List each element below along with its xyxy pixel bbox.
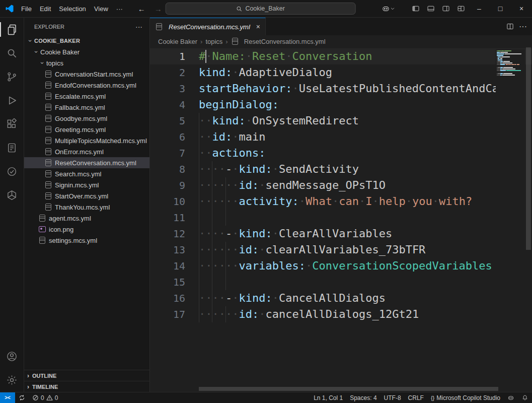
breadcrumb-file[interactable]: ResetConversation.mcs.yml [231,37,326,45]
horizontal-scrollbar-thumb[interactable] [199,387,498,391]
chevron-down-icon [390,6,395,11]
tree-item[interactable]: icon.png [24,224,149,235]
line-content: ······variables:·ConversationScopedVaria… [199,258,532,274]
line-number: 1 [150,48,185,64]
outline-panel-header[interactable]: › OUTLINE [24,370,149,381]
timeline-panel-header[interactable]: › TIMELINE [24,381,149,392]
line-number: 7 [150,145,185,161]
explorer-more-actions[interactable]: ··· [135,23,142,31]
breadcrumb-folder[interactable]: topics [205,38,222,45]
line-content: ··kind:·OnSystemRedirect [199,113,532,129]
code-line[interactable]: 2 kind:·AdaptiveDialog [150,64,532,81]
copilot-menu[interactable] [382,5,395,13]
code-line[interactable]: 10 ······activity:·What·can·I·help·you·w… [150,193,532,210]
customize-layout-icon[interactable] [453,2,469,15]
tree-item[interactable]: ResetConversation.mcs.yml [24,157,149,168]
menu-edit[interactable]: Edit [36,4,55,14]
line-number: 11 [150,210,185,226]
file-icon [44,114,52,122]
line-content: beginDialog: [199,97,532,113]
code-line[interactable]: 16 ····-·kind:·CancelAllDialogs [150,290,532,306]
notifications-bell-icon[interactable] [518,392,532,403]
eol-sequence[interactable]: CRLF [405,392,427,403]
code-line[interactable]: 14 ······variables:·ConversationScopedVa… [150,258,532,274]
tree-item[interactable]: Escalate.mcs.yml [24,91,149,102]
cursor-position[interactable]: Ln 1, Col 1 [310,392,346,403]
code-line[interactable]: 1 #·Name:·Reset·Conversation [150,48,532,64]
code-line[interactable]: 3 startBehavior:·UseLatestPublishedConte… [150,81,532,97]
tree-item[interactable]: Search.mcs.yml [24,168,149,179]
tree-item[interactable]: › Cookie Baker [24,46,149,57]
menu-view[interactable]: View [90,4,112,14]
toggle-panel-icon[interactable] [423,2,438,15]
power-platform-icon[interactable] [0,183,24,207]
tree-item[interactable]: settings.mcs.yml [24,235,149,246]
command-center-search[interactable]: Cookie_Baker [165,3,355,15]
tree-item[interactable]: MultipleTopicsMatched.mcs.yml [24,135,149,146]
problems-indicator[interactable]: 0 0 [29,392,61,403]
extensions-icon[interactable] [0,112,24,136]
code-line[interactable]: 15 [150,274,532,290]
editor-more-actions[interactable]: ··· [519,22,527,31]
encoding[interactable]: UTF-8 [381,392,405,403]
code-line[interactable]: 6 ··id:·main [150,129,532,145]
language-mode[interactable]: {} Microsoft Copilot Studio [427,392,504,403]
code-line[interactable]: 4 beginDialog: [150,97,532,113]
line-content: ······id:·sendMessage_OPsT1O [199,177,532,193]
split-editor-icon[interactable] [506,23,514,30]
forward-icon[interactable]: → [155,5,162,13]
toggle-primary-sidebar-icon[interactable] [408,2,423,15]
testing-icon[interactable] [0,160,24,183]
horizontal-scrollbar[interactable] [150,386,525,392]
code-line[interactable]: 12 ····-·kind:·ClearAllVariables [150,226,532,242]
tree-item[interactable]: StartOver.mcs.yml [24,190,149,202]
close-button[interactable]: × [511,0,532,18]
chevron-separator-icon: › [200,38,202,45]
code-line[interactable]: 9 ······id:·sendMessage_OPsT1O [150,177,532,193]
tab-close-icon[interactable]: × [256,23,260,31]
tree-item-label: Escalate.mcs.yml [55,93,106,100]
minimap[interactable] [496,49,525,386]
tree-item[interactable]: ThankYou.mcs.yml [24,202,149,213]
tree-item[interactable]: agent.mcs.yml [24,213,149,224]
line-number: 4 [150,97,185,113]
code-line[interactable]: 13 ······id:·clearAllVariables_73bTFR [150,242,532,258]
minimize-button[interactable]: – [469,0,490,18]
toggle-secondary-sidebar-icon[interactable] [438,2,453,15]
source-control-icon[interactable] [0,65,24,89]
indentation[interactable]: Spaces: 4 [346,392,380,403]
tree-item[interactable]: Goodbye.mcs.yml [24,113,149,124]
explorer-icon[interactable] [0,18,24,41]
menu-selection[interactable]: Selection [55,4,90,14]
vertical-scrollbar-thumb[interactable] [526,47,531,250]
tree-item[interactable]: Fallback.mcs.yml [24,102,149,113]
code-line[interactable]: 8 ····-·kind:·SendActivity [150,161,532,177]
back-icon[interactable]: ← [138,5,145,13]
accounts-icon[interactable] [0,345,24,368]
run-debug-icon[interactable] [0,89,24,112]
tree-item[interactable]: › COOKIE_BAKER [24,35,149,46]
tree-item[interactable]: › topics [24,57,149,69]
code-line[interactable]: 11 [150,210,532,226]
breadcrumb-workspace[interactable]: Cookie Baker [158,38,197,45]
remote-indicator[interactable]: >< [0,392,15,403]
search-sidebar-icon[interactable] [0,41,24,65]
code-line[interactable]: 7 ··actions: [150,145,532,161]
copilot-studio-icon[interactable] [0,136,24,160]
copilot-status-icon[interactable] [504,392,518,403]
vertical-scrollbar[interactable] [525,47,532,386]
tree-item[interactable]: EndofConversation.mcs.yml [24,80,149,91]
code-line[interactable]: 17 ······id:·cancelAllDialogs_12Gt21 [150,306,532,322]
tree-item[interactable]: ConversationStart.mcs.yml [24,69,149,80]
tab-resetconversation[interactable]: ResetConversation.mcs.yml × [150,18,266,35]
menu-more[interactable]: ··· [112,4,127,14]
tree-item[interactable]: Signin.mcs.yml [24,179,149,190]
settings-gear-icon[interactable] [0,368,24,392]
code-line[interactable]: 5 ··kind:·OnSystemRedirect [150,113,532,129]
tree-item[interactable]: Greeting.mcs.yml [24,124,149,135]
tree-item[interactable]: OnError.mcs.yml [24,146,149,157]
sync-icon[interactable] [15,392,29,403]
maximize-button[interactable]: □ [490,0,511,18]
tree-item-label: COOKIE_BAKER [34,38,80,44]
menu-file[interactable]: File [17,4,36,14]
